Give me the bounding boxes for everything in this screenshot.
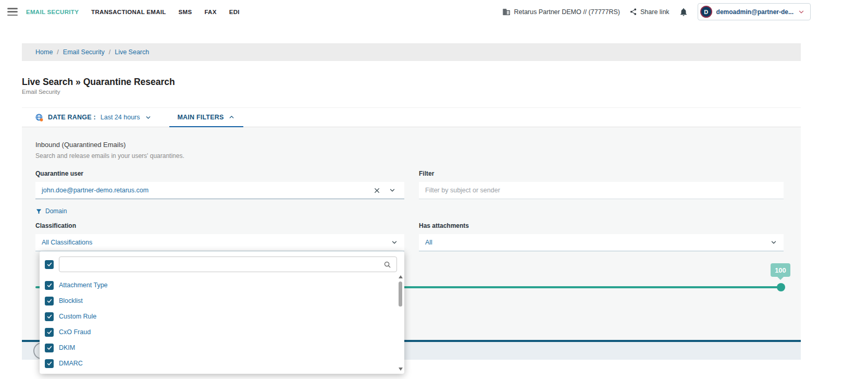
user-menu[interactable]: D demoadmin@partner-de... xyxy=(698,3,811,20)
option-dmarc[interactable]: DMARC xyxy=(40,356,404,371)
filter-tabbar: DATE RANGE : Last 24 hours MAIN FILTERS xyxy=(22,107,801,127)
section-subtitle: Search and release emails in your users'… xyxy=(35,152,801,160)
account-label: Retarus Partner DEMO // (77777RS) xyxy=(514,8,620,16)
has-attachments-select[interactable]: All xyxy=(419,234,784,251)
domain-link-label: Domain xyxy=(45,207,67,215)
scroll-down-arrow-icon[interactable] xyxy=(399,368,403,371)
classification-value: All Classifications xyxy=(42,239,92,246)
dropdown-options: Attachment Type Blocklist Custom Rule Cx… xyxy=(40,275,404,371)
quarantine-user-value: john.doe@partner-demo.retarus.com xyxy=(42,187,369,194)
nav-email-security[interactable]: EMAIL SECURITY xyxy=(26,9,79,15)
option-label: Custom Rule xyxy=(59,313,96,320)
checkbox-checked[interactable] xyxy=(45,281,54,290)
dropdown-scrollbar[interactable] xyxy=(399,275,403,371)
share-icon xyxy=(629,8,637,16)
share-link-button[interactable]: Share link xyxy=(629,8,669,16)
nav-edi[interactable]: EDI xyxy=(229,9,240,15)
chevron-down-icon xyxy=(798,8,805,16)
slider-handle[interactable] xyxy=(777,283,785,291)
share-link-label: Share link xyxy=(640,8,669,16)
date-range-label: DATE RANGE : xyxy=(48,114,96,121)
checkbox-checked[interactable] xyxy=(45,359,54,368)
has-attachments-value: All xyxy=(425,239,432,246)
breadcrumb-separator: / xyxy=(57,48,58,56)
chevron-up-icon xyxy=(228,114,235,120)
section-title: Inbound (Quarantined Emails) xyxy=(35,141,801,149)
nav-transactional-email[interactable]: TRANSACTIONAL EMAIL xyxy=(91,9,166,15)
user-email: demoadmin@partner-de... xyxy=(716,8,793,16)
classification-select[interactable]: All Classifications xyxy=(35,234,404,251)
checkbox-checked[interactable] xyxy=(45,312,54,321)
account-selector[interactable]: Retarus Partner DEMO // (77777RS) xyxy=(502,8,620,16)
option-label: Attachment Type xyxy=(59,282,108,289)
breadcrumb-email-security[interactable]: Email Security xyxy=(63,48,105,56)
search-icon xyxy=(383,261,391,268)
clear-icon[interactable] xyxy=(369,185,385,196)
chevron-down-icon xyxy=(145,114,152,121)
notifications-bell-icon[interactable] xyxy=(679,7,688,17)
breadcrumb-home[interactable]: Home xyxy=(35,48,53,56)
select-all-checkbox[interactable] xyxy=(45,260,54,269)
scrollbar-thumb[interactable] xyxy=(399,282,402,307)
chevron-down-icon xyxy=(770,239,777,246)
option-label: DMARC xyxy=(59,360,83,367)
option-custom-rule[interactable]: Custom Rule xyxy=(40,309,404,324)
classification-label: Classification xyxy=(35,222,404,229)
funnel-icon xyxy=(35,208,42,215)
checkbox-checked[interactable] xyxy=(45,344,54,352)
building-icon xyxy=(502,8,511,16)
breadcrumb-live-search[interactable]: Live Search xyxy=(115,48,149,56)
top-navbar: EMAIL SECURITY TRANSACTIONAL EMAIL SMS F… xyxy=(0,0,868,23)
chevron-down-icon[interactable] xyxy=(385,185,400,196)
tab-date-range[interactable]: DATE RANGE : Last 24 hours xyxy=(27,108,160,127)
dropdown-search-input[interactable] xyxy=(65,261,383,268)
checkbox-checked[interactable] xyxy=(45,328,54,337)
nav-fax[interactable]: FAX xyxy=(204,9,216,15)
user-avatar: D xyxy=(700,6,712,18)
checkbox-checked[interactable] xyxy=(45,297,54,305)
option-label: Blocklist xyxy=(59,297,83,304)
date-range-value: Last 24 hours xyxy=(101,114,140,121)
quarantine-user-label: Quarantine user xyxy=(35,170,404,177)
filter-input[interactable] xyxy=(419,182,784,199)
has-attachments-label: Has attachments xyxy=(419,222,784,229)
filter-label: Filter xyxy=(419,170,784,177)
slider-value-badge: 100 xyxy=(771,263,790,277)
menu-icon[interactable] xyxy=(7,8,18,16)
main-filters-label: MAIN FILTERS xyxy=(178,114,224,121)
chevron-down-icon xyxy=(391,239,398,246)
breadcrumb: Home / Email Security / Live Search xyxy=(22,43,801,61)
domain-filter-link[interactable]: Domain xyxy=(35,207,801,215)
scroll-up-arrow-icon[interactable] xyxy=(399,275,403,278)
page-subtitle: Email Security xyxy=(22,89,801,95)
option-blocklist[interactable]: Blocklist xyxy=(40,293,404,309)
dropdown-search-box[interactable] xyxy=(59,256,397,272)
globe-schedule-icon xyxy=(35,114,43,121)
nav-sms[interactable]: SMS xyxy=(179,9,192,15)
breadcrumb-separator: / xyxy=(109,48,110,56)
option-cxo-fraud[interactable]: CxO Fraud xyxy=(40,324,404,340)
option-dkim[interactable]: DKIM xyxy=(40,340,404,356)
option-label: DKIM xyxy=(59,344,75,351)
option-label: CxO Fraud xyxy=(59,328,91,336)
page-title: Live Search » Quarantine Research xyxy=(22,77,801,88)
option-attachment-type[interactable]: Attachment Type xyxy=(40,277,404,293)
classification-dropdown: Attachment Type Blocklist Custom Rule Cx… xyxy=(40,251,404,374)
tab-main-filters[interactable]: MAIN FILTERS xyxy=(169,108,244,127)
product-nav: EMAIL SECURITY TRANSACTIONAL EMAIL SMS F… xyxy=(26,9,240,15)
quarantine-user-select[interactable]: john.doe@partner-demo.retarus.com xyxy=(35,182,404,199)
